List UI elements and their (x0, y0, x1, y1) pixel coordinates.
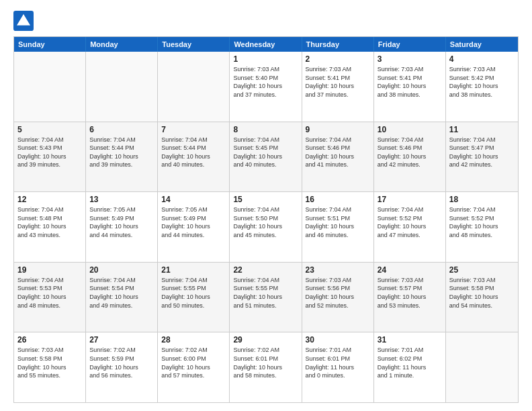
calendar-cell: 27Sunrise: 7:02 AM Sunset: 5:59 PM Dayli… (86, 332, 158, 402)
day-info: Sunrise: 7:04 AM Sunset: 5:55 PM Dayligh… (233, 276, 298, 310)
calendar-cell: 16Sunrise: 7:04 AM Sunset: 5:51 PM Dayli… (302, 192, 374, 262)
calendar-cell: 31Sunrise: 7:01 AM Sunset: 6:02 PM Dayli… (374, 332, 446, 402)
day-number: 16 (306, 195, 370, 204)
day-number: 10 (378, 125, 442, 134)
calendar-cell: 7Sunrise: 7:04 AM Sunset: 5:44 PM Daylig… (158, 122, 230, 192)
day-number: 22 (233, 265, 298, 275)
calendar-cell: 11Sunrise: 7:04 AM Sunset: 5:47 PM Dayli… (446, 122, 518, 192)
day-number: 27 (89, 335, 154, 345)
calendar-cell: 25Sunrise: 7:03 AM Sunset: 5:58 PM Dayli… (446, 263, 518, 332)
day-info: Sunrise: 7:03 AM Sunset: 5:56 PM Dayligh… (306, 276, 370, 310)
page: SundayMondayTuesdayWednesdayThursdayFrid… (0, 0, 532, 411)
day-number: 13 (89, 195, 154, 204)
day-number: 14 (161, 195, 226, 204)
day-number: 31 (378, 335, 442, 345)
day-number: 29 (233, 335, 298, 345)
day-info: Sunrise: 7:04 AM Sunset: 5:43 PM Dayligh… (17, 136, 82, 169)
weekday-header: Wednesday (230, 37, 302, 52)
calendar-cell: 21Sunrise: 7:04 AM Sunset: 5:55 PM Dayli… (158, 263, 230, 332)
calendar-row: 1Sunrise: 7:03 AM Sunset: 5:40 PM Daylig… (14, 52, 518, 122)
day-info: Sunrise: 7:04 AM Sunset: 5:44 PM Dayligh… (161, 136, 226, 169)
calendar-cell: 24Sunrise: 7:03 AM Sunset: 5:57 PM Dayli… (374, 263, 446, 332)
day-number: 3 (378, 54, 442, 64)
calendar-cell: 5Sunrise: 7:04 AM Sunset: 5:43 PM Daylig… (14, 122, 86, 192)
calendar-cell: 30Sunrise: 7:01 AM Sunset: 6:01 PM Dayli… (302, 332, 374, 402)
day-number: 8 (233, 125, 298, 134)
calendar-row: 26Sunrise: 7:03 AM Sunset: 5:58 PM Dayli… (14, 332, 518, 402)
day-number: 26 (17, 335, 82, 345)
calendar: SundayMondayTuesdayWednesdayThursdayFrid… (13, 36, 519, 403)
calendar-body: 1Sunrise: 7:03 AM Sunset: 5:40 PM Daylig… (14, 52, 518, 402)
calendar-cell: 22Sunrise: 7:04 AM Sunset: 5:55 PM Dayli… (230, 263, 302, 332)
weekday-header: Tuesday (158, 37, 230, 52)
day-number: 28 (161, 335, 226, 345)
calendar-cell: 26Sunrise: 7:03 AM Sunset: 5:58 PM Dayli… (14, 332, 86, 402)
day-info: Sunrise: 7:03 AM Sunset: 5:40 PM Dayligh… (233, 65, 298, 99)
calendar-cell: 15Sunrise: 7:04 AM Sunset: 5:50 PM Dayli… (230, 192, 302, 262)
calendar-cell (14, 52, 86, 122)
day-number: 24 (378, 265, 442, 275)
day-info: Sunrise: 7:04 AM Sunset: 5:54 PM Dayligh… (89, 276, 154, 310)
day-info: Sunrise: 7:03 AM Sunset: 5:58 PM Dayligh… (17, 346, 82, 379)
day-info: Sunrise: 7:04 AM Sunset: 5:51 PM Dayligh… (306, 205, 370, 239)
weekday-header: Monday (86, 37, 158, 52)
logo-icon (13, 11, 34, 31)
weekday-header: Sunday (14, 37, 86, 52)
calendar-cell: 13Sunrise: 7:05 AM Sunset: 5:49 PM Dayli… (86, 192, 158, 262)
weekday-header: Thursday (302, 37, 374, 52)
day-number: 6 (89, 125, 154, 134)
day-info: Sunrise: 7:03 AM Sunset: 5:42 PM Dayligh… (449, 65, 515, 99)
logo (13, 11, 36, 31)
calendar-cell: 2Sunrise: 7:03 AM Sunset: 5:41 PM Daylig… (302, 52, 374, 122)
calendar-cell: 29Sunrise: 7:02 AM Sunset: 6:01 PM Dayli… (230, 332, 302, 402)
day-info: Sunrise: 7:04 AM Sunset: 5:47 PM Dayligh… (449, 136, 515, 169)
calendar-cell: 19Sunrise: 7:04 AM Sunset: 5:53 PM Dayli… (14, 263, 86, 332)
calendar-cell: 23Sunrise: 7:03 AM Sunset: 5:56 PM Dayli… (302, 263, 374, 332)
day-info: Sunrise: 7:04 AM Sunset: 5:46 PM Dayligh… (378, 136, 442, 169)
calendar-cell: 18Sunrise: 7:04 AM Sunset: 5:52 PM Dayli… (446, 192, 518, 262)
day-number: 4 (449, 54, 515, 64)
day-number: 11 (449, 125, 515, 134)
day-info: Sunrise: 7:01 AM Sunset: 6:02 PM Dayligh… (378, 346, 442, 379)
day-number: 7 (161, 125, 226, 134)
calendar-cell: 3Sunrise: 7:03 AM Sunset: 5:41 PM Daylig… (374, 52, 446, 122)
day-info: Sunrise: 7:01 AM Sunset: 6:01 PM Dayligh… (306, 346, 370, 379)
calendar-cell: 4Sunrise: 7:03 AM Sunset: 5:42 PM Daylig… (446, 52, 518, 122)
weekday-header: Saturday (446, 37, 518, 52)
calendar-cell (158, 52, 230, 122)
day-number: 20 (89, 265, 154, 275)
day-number: 21 (161, 265, 226, 275)
calendar-cell (446, 332, 518, 402)
day-info: Sunrise: 7:04 AM Sunset: 5:53 PM Dayligh… (17, 276, 82, 310)
calendar-row: 19Sunrise: 7:04 AM Sunset: 5:53 PM Dayli… (14, 262, 518, 332)
calendar-row: 5Sunrise: 7:04 AM Sunset: 5:43 PM Daylig… (14, 122, 518, 192)
day-info: Sunrise: 7:04 AM Sunset: 5:45 PM Dayligh… (233, 136, 298, 169)
header (13, 11, 519, 31)
day-info: Sunrise: 7:02 AM Sunset: 6:00 PM Dayligh… (161, 346, 226, 379)
calendar-cell: 9Sunrise: 7:04 AM Sunset: 5:46 PM Daylig… (302, 122, 374, 192)
calendar-cell: 8Sunrise: 7:04 AM Sunset: 5:45 PM Daylig… (230, 122, 302, 192)
day-info: Sunrise: 7:04 AM Sunset: 5:52 PM Dayligh… (378, 205, 442, 239)
day-info: Sunrise: 7:03 AM Sunset: 5:58 PM Dayligh… (449, 276, 515, 310)
day-number: 25 (449, 265, 515, 275)
weekday-header: Friday (374, 37, 446, 52)
calendar-cell: 20Sunrise: 7:04 AM Sunset: 5:54 PM Dayli… (86, 263, 158, 332)
day-number: 9 (306, 125, 370, 134)
day-info: Sunrise: 7:03 AM Sunset: 5:41 PM Dayligh… (378, 65, 442, 99)
calendar-cell (86, 52, 158, 122)
day-number: 15 (233, 195, 298, 204)
day-info: Sunrise: 7:04 AM Sunset: 5:46 PM Dayligh… (306, 136, 370, 169)
day-number: 2 (306, 54, 370, 64)
day-info: Sunrise: 7:04 AM Sunset: 5:48 PM Dayligh… (17, 205, 82, 239)
day-info: Sunrise: 7:03 AM Sunset: 5:57 PM Dayligh… (378, 276, 442, 310)
day-number: 12 (17, 195, 82, 204)
day-number: 23 (306, 265, 370, 275)
day-info: Sunrise: 7:03 AM Sunset: 5:41 PM Dayligh… (306, 65, 370, 99)
day-number: 5 (17, 125, 82, 134)
day-info: Sunrise: 7:04 AM Sunset: 5:55 PM Dayligh… (161, 276, 226, 310)
day-info: Sunrise: 7:05 AM Sunset: 5:49 PM Dayligh… (161, 205, 226, 239)
day-number: 19 (17, 265, 82, 275)
day-info: Sunrise: 7:05 AM Sunset: 5:49 PM Dayligh… (89, 205, 154, 239)
calendar-cell: 1Sunrise: 7:03 AM Sunset: 5:40 PM Daylig… (230, 52, 302, 122)
day-info: Sunrise: 7:04 AM Sunset: 5:52 PM Dayligh… (449, 205, 515, 239)
